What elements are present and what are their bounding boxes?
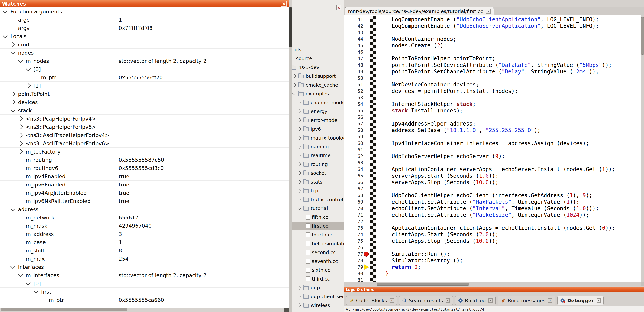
watch-row[interactable]: m_network655617 xyxy=(0,213,288,222)
watch-value-cell[interactable] xyxy=(116,139,288,147)
code-line[interactable]: 78 Simulator::Destroy (); xyxy=(344,257,641,264)
tree-item[interactable]: tcp xyxy=(292,186,344,195)
close-icon[interactable]: × xyxy=(548,298,552,303)
line-number[interactable]: 65 xyxy=(344,173,365,179)
watch-value-cell[interactable]: 0x5555555cd3c0 xyxy=(116,164,288,172)
code-line[interactable]: 61 xyxy=(344,147,641,153)
editor-tab[interactable]: mnt/dev/tools/source/ns-3-dev/examples/t… xyxy=(345,7,494,15)
line-number[interactable]: 60 xyxy=(344,141,365,146)
watch-row[interactable]: m_ptr0x5555555ca660 xyxy=(0,296,288,304)
line-number[interactable]: 72 xyxy=(344,219,365,224)
management-vscrollbar[interactable] xyxy=(289,7,292,312)
logs-title-bar[interactable]: Logs & others xyxy=(344,287,644,292)
line-number[interactable]: 66 xyxy=(344,180,365,185)
tree-item[interactable]: stats xyxy=(292,177,344,186)
close-icon[interactable]: × xyxy=(390,298,394,303)
watch-value-cell[interactable]: 1 xyxy=(116,16,288,24)
code-line[interactable]: 74 clientApps.Start (Seconds (2.0)); xyxy=(344,231,641,238)
watch-value-cell[interactable]: true xyxy=(116,197,288,205)
tree-item[interactable]: channel-models xyxy=(292,98,344,107)
tree-item[interactable]: traffic-control xyxy=(292,195,344,204)
code-line[interactable]: 49 pointToPoint.SetChannelAttribute ("De… xyxy=(344,68,641,75)
code-line[interactable]: 71 echoClient.SetAttribute ("PacketSize"… xyxy=(344,212,641,218)
close-icon[interactable]: × xyxy=(336,5,342,10)
watch-value-cell[interactable]: 254 xyxy=(116,255,288,263)
code-line[interactable]: 60 Ipv4InterfaceContainer interfaces = a… xyxy=(344,140,641,147)
tree-item[interactable]: socket xyxy=(292,169,344,177)
watch-row[interactable]: m_shift8 xyxy=(0,246,288,255)
expander-icon[interactable] xyxy=(298,145,301,149)
expander-icon[interactable] xyxy=(292,83,296,87)
watch-value-cell[interactable] xyxy=(116,98,288,106)
tree-item[interactable]: energy xyxy=(292,107,344,116)
tree-item[interactable]: routing xyxy=(292,160,344,169)
tree-item[interactable]: fifth.cc xyxy=(292,213,344,222)
watch-value-cell[interactable]: true xyxy=(116,180,288,189)
watch-value-cell[interactable] xyxy=(116,32,288,40)
code-line[interactable]: 51 NetDeviceContainer devices; xyxy=(344,81,641,88)
tree-item[interactable]: buildsupport xyxy=(292,72,344,80)
editor-hscrollbar[interactable] xyxy=(344,282,641,286)
code-line[interactable]: 80} xyxy=(344,270,641,277)
watch-value-cell[interactable] xyxy=(116,205,288,213)
code-line[interactable]: 81 xyxy=(344,277,641,282)
tree-item[interactable]: tutorial xyxy=(292,204,344,213)
watch-row[interactable]: address xyxy=(0,205,288,213)
watch-row[interactable]: m_base1 xyxy=(0,238,288,246)
tree-item[interactable]: cmake_cache xyxy=(292,80,344,89)
line-number[interactable]: 55 xyxy=(344,108,365,114)
watch-row[interactable]: m_tcpFactory xyxy=(0,148,288,156)
line-number[interactable]: 73 xyxy=(344,225,365,231)
line-number[interactable]: 42 xyxy=(344,23,365,29)
code-line[interactable]: 68 UdpEchoClientHelper echoClient (inter… xyxy=(344,192,641,199)
tree-item[interactable]: seventh.cc xyxy=(292,257,344,266)
tree-item[interactable]: ipv6 xyxy=(292,125,344,133)
watch-row[interactable]: Function arguments xyxy=(0,7,288,16)
tree-item[interactable]: second.cc xyxy=(292,248,344,257)
close-icon[interactable]: × xyxy=(486,9,490,14)
expander-icon[interactable] xyxy=(10,91,15,96)
watch-row[interactable]: <ns3::AsciiTraceHelperForIpv6> xyxy=(0,139,288,148)
code-line[interactable]: 53 xyxy=(344,95,641,101)
expander-icon[interactable] xyxy=(298,286,301,290)
line-number[interactable]: 81 xyxy=(344,278,365,282)
watch-row[interactable]: m_routingv60x5555555cd3c0 xyxy=(0,164,288,172)
watch-row[interactable]: m_ipv6NsRsJitterEnabledtrue xyxy=(0,197,288,205)
watch-row[interactable]: <ns3::PcapHelperForIpv6> xyxy=(0,123,288,131)
expander-icon[interactable] xyxy=(298,206,301,210)
watch-row[interactable]: argv0x7fffffffdf08 xyxy=(0,24,288,32)
line-number[interactable]: 69 xyxy=(344,199,365,205)
tree-item[interactable]: ols xyxy=(292,45,344,54)
code-line[interactable]: 52 devices = pointToPoint.Install (nodes… xyxy=(344,88,641,95)
watch-row[interactable]: [0] xyxy=(0,65,288,73)
watch-row[interactable]: interfaces xyxy=(0,263,288,271)
watch-value-cell[interactable] xyxy=(116,82,288,90)
expander-icon[interactable] xyxy=(10,50,15,54)
expander-icon[interactable] xyxy=(298,295,301,298)
tree-item[interactable]: udp-client-server xyxy=(292,292,344,301)
tree-item[interactable]: fourth.cc xyxy=(292,230,344,239)
watch-value-cell[interactable] xyxy=(116,123,288,131)
code-line[interactable]: 70 echoClient.SetAttribute ("Interval", … xyxy=(344,205,641,212)
expander-icon[interactable] xyxy=(298,189,301,193)
code-line[interactable]: 59 xyxy=(344,134,641,140)
line-number[interactable]: 78 xyxy=(344,258,365,263)
code-line[interactable]: 65 serverApps.Start (Seconds (1.0)); xyxy=(344,173,641,179)
watch-value-cell[interactable] xyxy=(116,7,288,15)
tree-item[interactable]: source xyxy=(292,54,344,63)
line-number[interactable]: 43 xyxy=(344,30,365,35)
line-number[interactable]: 71 xyxy=(344,212,365,218)
watch-value-cell[interactable]: 3 xyxy=(116,230,288,238)
line-number[interactable]: 59 xyxy=(344,134,365,140)
code-line[interactable]: 64 ApplicationContainer serverApps = ech… xyxy=(344,166,641,173)
watch-row[interactable]: m_address3 xyxy=(0,230,288,238)
tree-item[interactable]: error-model xyxy=(292,116,344,125)
watch-value-cell[interactable] xyxy=(116,40,288,48)
watch-value-cell[interactable] xyxy=(116,288,288,296)
expander-icon[interactable] xyxy=(18,58,23,63)
expander-icon[interactable] xyxy=(10,107,15,112)
logs-tab[interactable]: Code::Blocks× xyxy=(346,296,397,305)
code-line[interactable]: 56 xyxy=(344,114,641,121)
watch-row[interactable]: [1] xyxy=(0,82,288,90)
expander-icon[interactable] xyxy=(298,198,301,201)
